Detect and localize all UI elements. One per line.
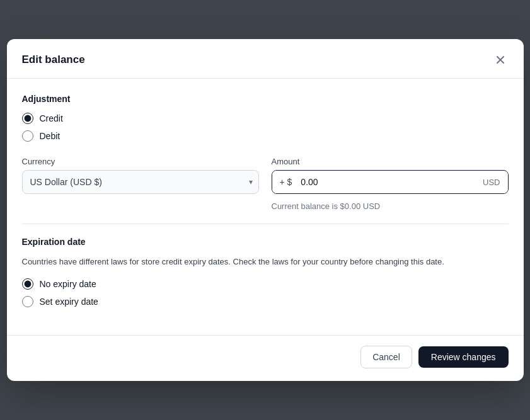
set-expiry-radio[interactable]	[22, 296, 33, 307]
set-expiry-option[interactable]: Set expiry date	[22, 296, 509, 307]
modal-header: Edit balance	[7, 39, 524, 79]
credit-label: Credit	[40, 113, 63, 123]
expiration-radio-group: No expiry date Set expiry date	[22, 278, 509, 307]
amount-prefix: + $	[272, 171, 299, 193]
no-expiry-option[interactable]: No expiry date	[22, 278, 509, 290]
amount-input[interactable]	[298, 171, 480, 193]
balance-info: Current balance is $0.00 USD	[272, 201, 509, 211]
credit-radio[interactable]	[22, 113, 33, 124]
no-expiry-label: No expiry date	[40, 279, 96, 289]
adjustment-section-title: Adjustment	[22, 94, 509, 104]
currency-label: Currency	[22, 157, 259, 166]
close-button[interactable]	[492, 52, 509, 68]
amount-input-wrapper: + $ USD	[272, 170, 509, 194]
adjustment-radio-group: Credit Debit	[22, 113, 509, 142]
expiration-section-title: Expiration date	[22, 237, 509, 247]
modal-footer: Cancel Review changes	[7, 335, 524, 381]
expiration-description: Countries have different laws for store …	[22, 256, 509, 268]
expiration-section: Expiration date Countries have different…	[22, 237, 509, 307]
cancel-button[interactable]: Cancel	[360, 346, 412, 368]
section-divider	[22, 224, 509, 224]
modal-body: Adjustment Credit Debit Currency US	[7, 79, 524, 335]
amount-suffix: USD	[480, 171, 507, 193]
modal-backdrop: Edit balance Adjustment Credit Debit	[0, 0, 530, 420]
amount-group: Amount + $ USD Current balance is $0.00 …	[272, 157, 509, 211]
amount-label: Amount	[272, 157, 509, 166]
modal-title: Edit balance	[22, 54, 85, 66]
no-expiry-radio[interactable]	[22, 278, 33, 290]
debit-radio[interactable]	[22, 130, 33, 142]
close-icon	[495, 54, 506, 65]
currency-select[interactable]: US Dollar (USD $)	[22, 170, 259, 194]
debit-option[interactable]: Debit	[22, 130, 509, 142]
currency-select-wrapper: US Dollar (USD $) ▾	[22, 170, 259, 194]
review-changes-button[interactable]: Review changes	[418, 346, 509, 368]
credit-option[interactable]: Credit	[22, 113, 509, 124]
edit-balance-modal: Edit balance Adjustment Credit Debit	[7, 39, 524, 381]
currency-group: Currency US Dollar (USD $) ▾	[22, 157, 259, 211]
set-expiry-label: Set expiry date	[40, 297, 98, 307]
debit-label: Debit	[40, 131, 60, 141]
currency-amount-row: Currency US Dollar (USD $) ▾ Amount + $ …	[22, 157, 509, 211]
